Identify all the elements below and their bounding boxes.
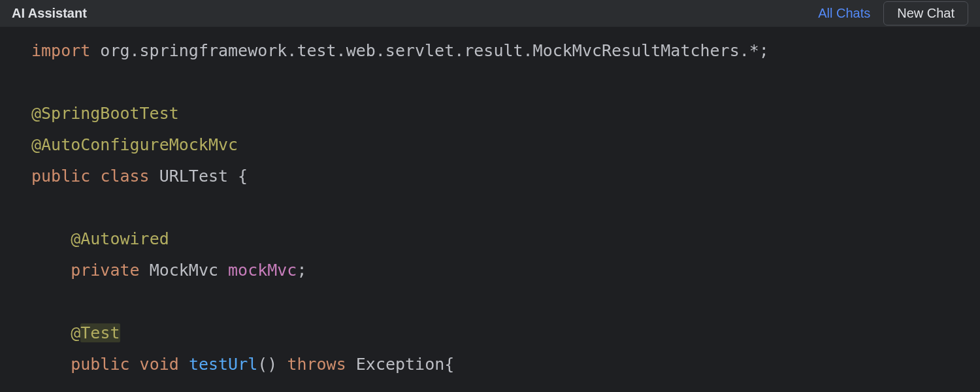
method-testurl: testUrl	[189, 355, 257, 374]
panel-title: AI Assistant	[12, 6, 87, 21]
keyword-private: private	[71, 261, 139, 280]
annotation-autowired: @Autowired	[71, 229, 169, 248]
annotation-autoconfiguremockmvc: @AutoConfigureMockMvc	[31, 135, 238, 154]
field-mockmvc: mockMvc	[228, 261, 297, 280]
semicolon: ;	[297, 261, 306, 280]
import-path: org.springframework.test.web.servlet.res…	[90, 41, 769, 60]
new-chat-button[interactable]: New Chat	[883, 1, 968, 25]
keyword-public: public	[31, 167, 90, 186]
annotation-springboottest: @SpringBootTest	[31, 104, 179, 123]
type-mockmvc: MockMvc	[150, 261, 218, 280]
class-name: URLTest	[159, 167, 228, 186]
content-area: import org.springframework.test.web.serv…	[0, 27, 980, 392]
keyword-class: class	[100, 167, 149, 186]
gutter	[0, 27, 22, 392]
all-chats-link[interactable]: All Chats	[818, 6, 870, 21]
brace-open: {	[228, 167, 248, 186]
indent	[31, 229, 71, 248]
keyword-public: public	[71, 355, 129, 374]
keyword-throws: throws	[287, 355, 346, 374]
indent	[31, 355, 71, 374]
code-block[interactable]: import org.springframework.test.web.serv…	[22, 27, 980, 392]
annotation-test: Test	[80, 323, 120, 342]
annotation-test-at: @	[71, 323, 80, 342]
parentheses: ()	[257, 355, 277, 374]
keyword-import: import	[31, 41, 90, 60]
header-actions: All Chats New Chat	[818, 1, 968, 25]
brace-open: {	[444, 355, 454, 374]
indent	[31, 323, 71, 342]
keyword-void: void	[140, 355, 179, 374]
type-exception: Exception	[356, 355, 444, 374]
ai-assistant-header: AI Assistant All Chats New Chat	[0, 0, 980, 27]
indent	[31, 261, 71, 280]
